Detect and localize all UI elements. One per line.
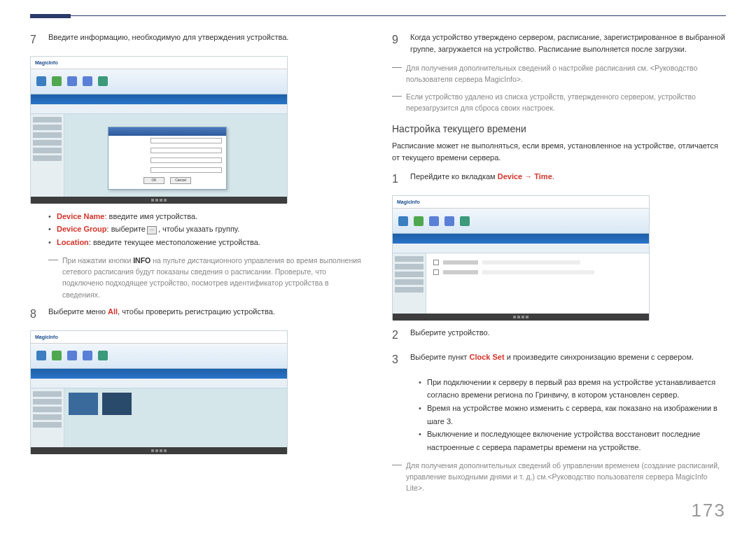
device-thumb xyxy=(69,393,98,415)
step-number: 2 xyxy=(392,327,400,344)
note-time-manual: Для получения дополнительных сведений об… xyxy=(392,460,726,494)
step-text: Выберите меню All, чтобы проверить регис… xyxy=(48,306,275,323)
toolbar-icon xyxy=(36,76,46,86)
page-number: 173 xyxy=(692,500,726,521)
note-device-removed: Если устройство удалено из списка устрой… xyxy=(392,91,726,114)
header-rule xyxy=(30,15,726,16)
section-intro: Расписание может не выполняться, если вр… xyxy=(392,140,726,164)
step-number: 7 xyxy=(30,31,38,49)
bullet-location: Location: введите текущее местоположение… xyxy=(48,236,364,249)
dialog-ok: OK xyxy=(144,177,164,184)
approve-dialog: OK Cancel xyxy=(108,127,227,190)
screenshot-all-devices: MagicInfo xyxy=(30,330,288,454)
screenshot-device-time: MagicInfo xyxy=(392,195,650,320)
step-text: Введите информацию, необходимую для утве… xyxy=(48,31,288,49)
step-8: 8 Выберите меню All, чтобы проверить рег… xyxy=(30,306,364,323)
step7-bullets: Device Name: введите имя устройства. Dev… xyxy=(48,210,364,249)
step-text: Перейдите ко вкладкам Device → Time. xyxy=(410,171,554,188)
dialog-cancel: Cancel xyxy=(170,177,191,184)
step-2: 2 Выберите устройство. xyxy=(392,327,726,344)
step-text: Выберите устройство. xyxy=(410,327,490,344)
screenshot-approve-dialog: MagicInfo xyxy=(30,56,288,203)
step-7: 7 Введите информацию, необходимую для ут… xyxy=(30,31,364,49)
toolbar-icon xyxy=(52,76,62,86)
step-number: 1 xyxy=(392,171,400,188)
step-3: 3 Выберите пункт Clock Set и произведите… xyxy=(392,351,726,369)
step-number: 3 xyxy=(392,351,400,369)
toolbar-icon xyxy=(83,76,92,86)
note-schedule-manual: Для получения дополнительных сведений о … xyxy=(392,62,726,85)
left-column: 7 Введите информацию, необходимую для ут… xyxy=(30,31,364,500)
app-logo: MagicInfo xyxy=(35,335,58,339)
device-thumb xyxy=(102,393,132,415)
right-column: 9 Когда устройство утверждено сервером, … xyxy=(392,31,726,500)
page-header xyxy=(0,0,756,16)
bullet: При подключении к серверу в первый раз в… xyxy=(419,376,726,402)
app-logo: MagicInfo xyxy=(35,60,58,65)
bullet: Время на устройстве можно изменить с сер… xyxy=(419,402,726,428)
toolbar-icon xyxy=(67,76,77,86)
bullet-device-name: Device Name: введите имя устройства. xyxy=(48,210,364,223)
step-text: Выберите пункт Clock Set и произведите с… xyxy=(410,351,694,369)
step-1: 1 Перейдите ко вкладкам Device → Time. xyxy=(392,171,726,188)
note-info: При нажатии кнопки INFO на пульте дистан… xyxy=(48,255,364,300)
content-columns: 7 Введите информацию, необходимую для ут… xyxy=(0,16,756,500)
step-9: 9 Когда устройство утверждено сервером, … xyxy=(392,31,726,55)
bullet: Выключение и последующее включение устро… xyxy=(419,428,726,454)
browse-button-icon: ··· xyxy=(147,226,157,234)
toolbar-icon xyxy=(98,76,108,86)
step-number: 9 xyxy=(392,31,400,55)
bullet-device-group: Device Group: выберите···, чтобы указать… xyxy=(48,223,364,236)
app-logo: MagicInfo xyxy=(397,199,420,204)
section-heading-time: Настройка текущего времени xyxy=(392,123,726,134)
step-number: 8 xyxy=(30,306,38,323)
step3-bullets: При подключении к серверу в первый раз в… xyxy=(419,376,726,454)
step-text: Когда устройство утверждено сервером, ра… xyxy=(410,31,726,55)
